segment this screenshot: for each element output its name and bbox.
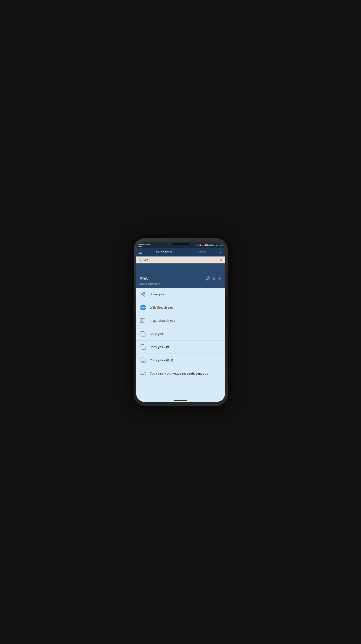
- copy-yes-menu-item[interactable]: Copy yes: [136, 327, 225, 340]
- tab-dictionary[interactable]: DICTIONARY: [156, 250, 173, 254]
- audio-button[interactable]: 🔊: [205, 276, 210, 281]
- phone-camera: [168, 244, 170, 246]
- stars-row: ★ ★ ★ ★ ★: [139, 266, 222, 274]
- signal-icon: 📶: [205, 244, 207, 246]
- phone-frame: grameenphone airtel 0K/s ⏰ ▲ 📶 99% 1:12 …: [134, 238, 228, 406]
- battery-bar: [207, 244, 211, 246]
- clear-search-button[interactable]: ✕: [220, 258, 223, 262]
- image-search-icon: [139, 317, 147, 324]
- copy-yes-synonyms-menu-item[interactable]: Copy yes ~ oui, yay, yea, yeah, yep, yup: [136, 367, 225, 380]
- copy-yes-label: Copy yes: [150, 332, 163, 336]
- image-search-menu-item[interactable]: Image Search yes: [136, 314, 225, 327]
- share-menu-item[interactable]: Share yes: [136, 288, 225, 301]
- carrier1: grameenphone: [139, 243, 150, 245]
- expand-button[interactable]: ▼: [218, 276, 222, 281]
- copy-icon-4: [139, 370, 147, 377]
- svg-point-5: [140, 305, 146, 310]
- alarm-icon: ⏰: [199, 244, 201, 246]
- context-menu: Share yes Web Search yes: [136, 288, 225, 402]
- copy-yes-hyan2-label: Copy yes - হ্যাঁ, হাঁ: [150, 358, 173, 362]
- star-4[interactable]: ★: [160, 266, 165, 274]
- overflow-menu-button[interactable]: ⋮: [219, 250, 223, 255]
- copy-yes-hyan2-menu-item[interactable]: Copy yes - হ্যাঁ, হাঁ: [136, 354, 225, 367]
- carrier2: airtel: [139, 245, 150, 247]
- phone-speaker: [174, 400, 187, 401]
- wifi-icon: ▲: [202, 244, 204, 246]
- svg-point-6: [142, 305, 144, 310]
- copy-icon-3: [139, 357, 147, 364]
- app-bar: DICTIONARY RATED ⋮: [136, 248, 225, 256]
- copy-word-button[interactable]: ⧉: [213, 276, 216, 281]
- status-icons: 0K/s ⏰ ▲ 📶 99% 1:12 AM: [195, 244, 222, 246]
- phone-notch: [172, 243, 190, 245]
- clock: 1:12 AM: [216, 244, 222, 246]
- svg-point-11: [141, 319, 142, 321]
- svg-line-3: [142, 294, 143, 296]
- globe-icon: [139, 304, 147, 311]
- share-icon: [139, 291, 147, 298]
- word-card: ★ ★ ★ ★ ★ Yes 🔊 ⧉ ▼ adverb, interjection: [136, 264, 225, 288]
- speed-indicator: 0K/s: [195, 244, 199, 246]
- word-title: Yes: [139, 276, 203, 282]
- search-input[interactable]: yes: [144, 258, 220, 262]
- battery-indicator: 99%: [207, 244, 215, 246]
- tab-rated[interactable]: RATED: [197, 250, 206, 254]
- phone-screen: grameenphone airtel 0K/s ⏰ ▲ 📶 99% 1:12 …: [136, 242, 225, 402]
- svg-line-4: [142, 293, 143, 294]
- battery-percent: 99%: [212, 244, 215, 246]
- share-label: Share yes: [150, 292, 164, 296]
- word-actions: 🔊 ⧉ ▼: [205, 276, 222, 281]
- carrier-info: grameenphone airtel: [139, 243, 150, 247]
- copy-yes-hyan-menu-item[interactable]: Copy yes - হ্যাঁ: [136, 340, 225, 354]
- star-1[interactable]: ★: [139, 266, 145, 274]
- search-icon: 🔍: [139, 258, 142, 262]
- web-search-label: Web Search yes: [150, 306, 173, 309]
- word-row: Yes 🔊 ⧉ ▼: [139, 276, 222, 282]
- copy-yes-hyan-label: Copy yes - হ্যাঁ: [150, 345, 169, 349]
- star-2[interactable]: ★: [146, 266, 152, 274]
- web-search-menu-item[interactable]: Web Search yes: [136, 301, 225, 314]
- part-of-speech: adverb, interjection: [139, 282, 222, 285]
- copy-yes-synonyms-label: Copy yes ~ oui, yay, yea, yeah, yep, yup: [150, 372, 208, 375]
- star-3[interactable]: ★: [153, 266, 158, 274]
- battery-fill: [208, 245, 211, 246]
- copy-icon-1: [139, 330, 147, 338]
- menu-button[interactable]: [139, 251, 142, 254]
- image-search-label: Image Search yes: [150, 319, 175, 322]
- star-5[interactable]: ★: [167, 266, 172, 274]
- app-tabs: DICTIONARY RATED: [144, 250, 219, 254]
- copy-icon-2: [139, 344, 147, 350]
- search-bar: 🔍 yes ✕: [136, 256, 225, 264]
